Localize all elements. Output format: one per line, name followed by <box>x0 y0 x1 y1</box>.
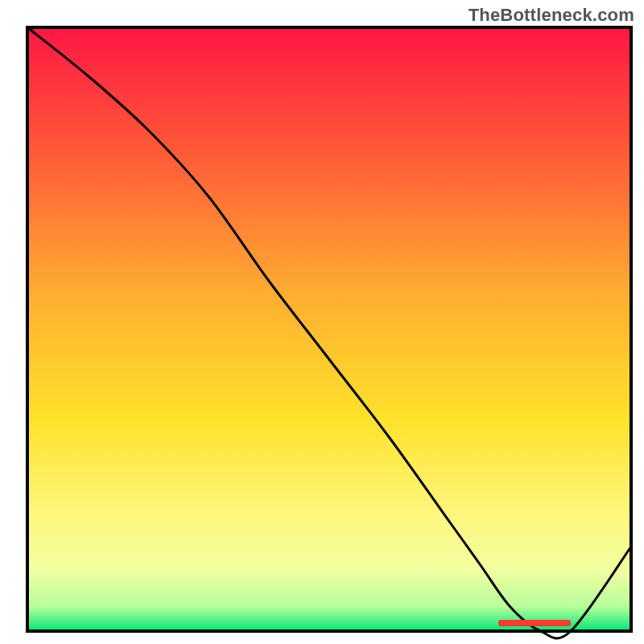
optimum-marker <box>498 620 571 626</box>
plot-background <box>27 27 631 631</box>
attribution-link[interactable]: TheBottleneck.com <box>469 5 634 26</box>
chart-container: TheBottleneck.com <box>0 0 644 644</box>
bottleneck-chart <box>0 0 644 644</box>
